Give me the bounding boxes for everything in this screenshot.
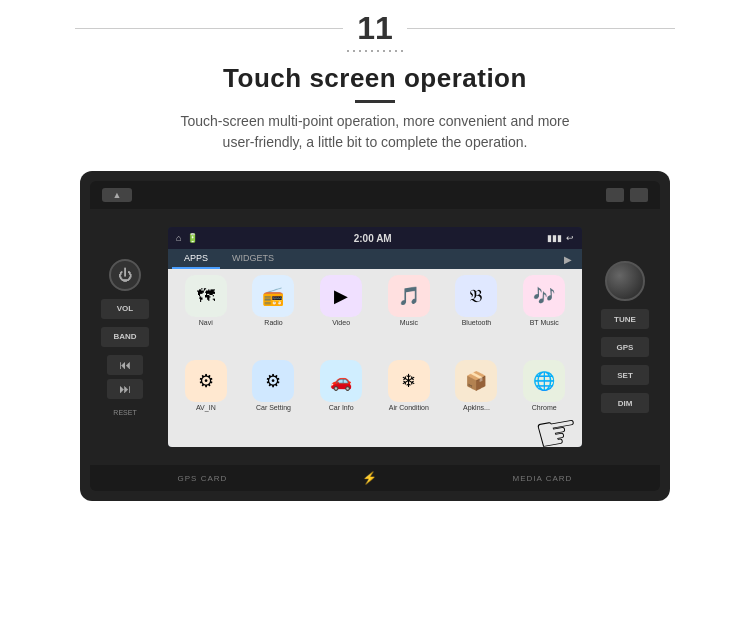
page-number-section: 11: [0, 0, 750, 53]
power-button[interactable]: ⏻: [109, 259, 141, 291]
eject-button[interactable]: ▲: [102, 188, 132, 202]
app-label-2: Video: [332, 319, 350, 326]
app-label-0: Navi: [199, 319, 213, 326]
app-icon-2: ▶: [320, 275, 362, 317]
app-label-5: BT Music: [530, 319, 559, 326]
desc-line1: Touch-screen multi-point operation, more…: [180, 113, 569, 129]
band-button[interactable]: BAND: [101, 327, 149, 347]
arrow-buttons: ⏮ ⏭: [107, 355, 143, 399]
small-btn-2: [630, 188, 648, 202]
small-btn-1: [606, 188, 624, 202]
app-label-8: Car Info: [329, 404, 354, 411]
app-item-av_in[interactable]: ⚙AV_IN: [174, 360, 238, 441]
desc-line2: user-friendly, a little bit to complete …: [223, 134, 528, 150]
app-label-7: Car Setting: [256, 404, 291, 411]
app-icon-7: ⚙: [252, 360, 294, 402]
left-controls: ⏻ VOL BAND ⏮ ⏭ RESET: [90, 259, 160, 416]
app-item-navi[interactable]: 🗺Navi: [174, 275, 238, 356]
gps-button[interactable]: GPS: [601, 337, 649, 357]
app-label-6: AV_IN: [196, 404, 216, 411]
status-bar: ⌂ 🔋 2:00 AM ▮▮▮ ↩: [168, 227, 582, 249]
app-icon-8: 🚗: [320, 360, 362, 402]
app-item-chrome[interactable]: 🌐Chrome: [512, 360, 576, 441]
app-icon-10: 📦: [455, 360, 497, 402]
play-button[interactable]: ▶: [564, 254, 572, 265]
home-icon: ⌂: [176, 233, 181, 243]
app-grid: 🗺Navi📻Radio▶Video🎵Music𝔅Bluetooth🎶BT Mus…: [168, 269, 582, 447]
car-unit: ▲ ⏻ VOL BAND ⏮: [80, 171, 670, 501]
app-item-apklns...[interactable]: 📦Apklns...: [445, 360, 509, 441]
app-icon-1: 📻: [252, 275, 294, 317]
app-icon-3: 🎵: [388, 275, 430, 317]
screen-content: ⌂ 🔋 2:00 AM ▮▮▮ ↩ APPS WIDGETS ▶: [168, 227, 582, 447]
power-icon: ⏻: [118, 267, 132, 283]
app-item-music[interactable]: 🎵Music: [377, 275, 441, 356]
app-icon-11: 🌐: [523, 360, 565, 402]
app-item-bt-music[interactable]: 🎶BT Music: [512, 275, 576, 356]
next-button[interactable]: ⏭: [107, 379, 143, 399]
app-item-car-setting[interactable]: ⚙Car Setting: [242, 360, 306, 441]
app-item-radio[interactable]: 📻Radio: [242, 275, 306, 356]
status-right: ▮▮▮ ↩: [547, 233, 574, 243]
app-label-4: Bluetooth: [462, 319, 492, 326]
page-number: 11: [343, 10, 407, 47]
status-time: 2:00 AM: [354, 233, 392, 244]
right-controls: TUNE GPS SET DIM: [590, 261, 660, 413]
set-button[interactable]: SET: [601, 365, 649, 385]
tab-apps[interactable]: APPS: [172, 249, 220, 269]
app-item-air-condition[interactable]: ❄Air Condition: [377, 360, 441, 441]
app-icon-6: ⚙: [185, 360, 227, 402]
description: Touch-screen multi-point operation, more…: [180, 111, 569, 153]
app-label-3: Music: [400, 319, 418, 326]
status-left: ⌂ 🔋: [176, 233, 198, 243]
prev-button[interactable]: ⏮: [107, 355, 143, 375]
app-item-video[interactable]: ▶Video: [309, 275, 373, 356]
page-title: Touch screen operation: [180, 63, 569, 94]
app-item-bluetooth[interactable]: 𝔅Bluetooth: [445, 275, 509, 356]
back-icon: ↩: [566, 233, 574, 243]
media-card-label: MEDIA CARD: [513, 474, 573, 483]
app-icon-5: 🎶: [523, 275, 565, 317]
app-label-11: Chrome: [532, 404, 557, 411]
tune-knob[interactable]: [605, 261, 645, 301]
app-label-10: Apklns...: [463, 404, 490, 411]
top-strip: ▲: [90, 181, 660, 209]
bottom-strip: GPS CARD ⚡ MEDIA CARD: [90, 465, 660, 491]
vol-button[interactable]: VOL: [101, 299, 149, 319]
middle-area: ⏻ VOL BAND ⏮ ⏭ RESET: [90, 215, 660, 459]
app-label-1: Radio: [264, 319, 282, 326]
signal-icon: ▮▮▮: [547, 233, 562, 243]
app-label-9: Air Condition: [389, 404, 429, 411]
page-wrapper: 11 Touch screen operation Touch-screen m…: [0, 0, 750, 629]
title-underline: [355, 100, 395, 103]
band-label: BAND: [113, 332, 136, 341]
prev-icon: ⏮: [119, 358, 131, 372]
reset-label: RESET: [113, 409, 136, 416]
title-section: Touch screen operation Touch-screen mult…: [160, 53, 589, 157]
tune-label: TUNE: [601, 309, 649, 329]
dot-pattern: [345, 49, 405, 53]
battery-icon: 🔋: [187, 233, 198, 243]
screen: ⌂ 🔋 2:00 AM ▮▮▮ ↩ APPS WIDGETS ▶: [168, 227, 582, 447]
next-icon: ⏭: [119, 382, 131, 396]
dot-line: [75, 49, 675, 53]
gps-card-label: GPS CARD: [178, 474, 228, 483]
dim-button[interactable]: DIM: [601, 393, 649, 413]
app-icon-4: 𝔅: [455, 275, 497, 317]
top-strip-right: [606, 188, 648, 202]
tabs-row: APPS WIDGETS ▶: [168, 249, 582, 269]
tab-widgets[interactable]: WIDGETS: [220, 249, 286, 269]
app-item-car-info[interactable]: 🚗Car Info: [309, 360, 373, 441]
app-icon-0: 🗺: [185, 275, 227, 317]
vol-label: VOL: [117, 304, 133, 313]
usb-icon: ⚡: [362, 471, 377, 485]
app-icon-9: ❄: [388, 360, 430, 402]
